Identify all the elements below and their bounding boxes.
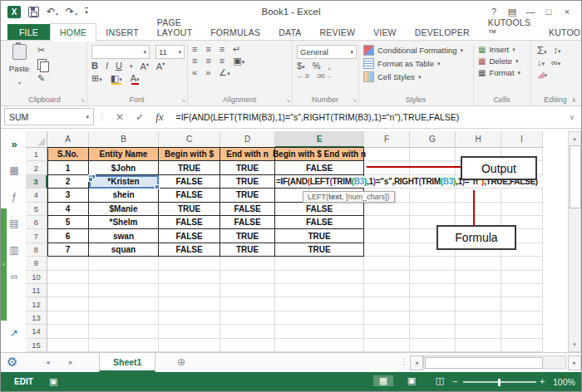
scroll-up-icon[interactable]: ▴ — [569, 135, 580, 142]
table-cell[interactable]: TRUE — [159, 203, 220, 216]
row-header-13[interactable]: 13 — [26, 311, 47, 325]
delete-cells-button[interactable]: ▦Delete▾ — [478, 56, 530, 66]
underline-dropdown-icon[interactable]: ▾ — [130, 63, 133, 70]
table-cell[interactable]: TRUE — [220, 189, 275, 202]
table-cell[interactable]: TRUE — [220, 229, 275, 243]
next-sheet-button[interactable]: ▸ — [69, 358, 73, 366]
wrap-text-icon[interactable]: ↵ — [233, 45, 240, 54]
cancel-button[interactable]: ✕ — [116, 111, 124, 123]
select-all-corner[interactable] — [26, 131, 47, 148]
vertical-scroll-thumb[interactable] — [570, 145, 581, 208]
tab-splitter-icon[interactable]: ⋮ — [400, 357, 408, 366]
font-color-button[interactable]: A▾ — [131, 74, 140, 83]
table-cell[interactable]: 1 — [47, 161, 89, 174]
table-cell[interactable]: FALSE — [275, 216, 364, 229]
row-header-5[interactable]: 5 — [26, 203, 47, 216]
align-left-icon[interactable]: ≡ — [192, 56, 197, 66]
kutools-pane-handle[interactable]: ‹ — [1, 208, 7, 321]
macro-record-button[interactable]: ▣ — [49, 376, 57, 387]
tab-formulas[interactable]: FORMULAS — [201, 24, 269, 41]
tab-insert[interactable]: INSERT — [96, 24, 148, 41]
tab-kutools[interactable]: KUTOOLS ™ — [479, 14, 540, 41]
tab-home[interactable]: HOME — [50, 23, 96, 42]
zoom-slider[interactable] — [463, 381, 536, 383]
column-header-i[interactable]: I — [501, 131, 543, 148]
table-cell[interactable]: 3 — [47, 189, 89, 202]
table-cell[interactable]: 7 — [47, 243, 89, 257]
table-cell[interactable]: FALSE — [159, 229, 220, 243]
font-size-select[interactable]: 11▾ — [155, 45, 185, 59]
row-header-4[interactable]: 4 — [26, 189, 47, 202]
paste-button[interactable]: Paste ▾ — [6, 44, 32, 88]
row-header-15[interactable]: 15 — [26, 339, 47, 352]
formula-input[interactable]: =IF(AND(LEFT(TRIM(B3),1)="s",RIGHT(TRIM(… — [170, 112, 563, 122]
undo-button[interactable]: ↶▾ — [47, 7, 58, 17]
row-header-12[interactable]: 12 — [26, 297, 47, 311]
table-cell[interactable]: TRUE — [159, 161, 220, 174]
horizontal-scroll-thumb[interactable] — [425, 357, 543, 369]
tab-view[interactable]: VIEW — [364, 24, 406, 41]
shrink-font-button[interactable]: A▾ — [156, 61, 165, 71]
italic-button[interactable]: I — [106, 61, 108, 71]
underline-button[interactable]: U — [116, 61, 122, 71]
name-box[interactable]: SUM▾ — [4, 108, 94, 125]
table-cell[interactable]: FALSE — [159, 216, 220, 229]
orientation-button[interactable]: ∠▾ — [219, 68, 229, 77]
decrease-indent-icon[interactable]: « — [192, 68, 197, 77]
table-cell[interactable]: 4 — [47, 203, 89, 216]
row-header-11[interactable]: 11 — [26, 284, 47, 297]
column-header-h[interactable]: H — [456, 131, 501, 148]
table-cell[interactable]: FALSE — [275, 161, 364, 174]
table-cell[interactable]: FALSE — [220, 203, 275, 216]
tab-data[interactable]: DATA — [269, 24, 310, 41]
table-header-cell[interactable]: Begin with $ — [159, 148, 220, 161]
prev-sheet-button[interactable]: ◂ — [46, 358, 50, 366]
grow-font-button[interactable]: A▴ — [140, 61, 148, 71]
table-cell[interactable]: swan — [89, 229, 159, 243]
table-cell[interactable]: FALSE — [275, 203, 364, 216]
row-header-1[interactable]: 1 — [26, 148, 47, 161]
borders-button[interactable]: ⊞▾ — [91, 74, 102, 83]
table-cell[interactable]: TRUE — [220, 243, 275, 257]
sort-filter-button[interactable]: ↕▾ — [554, 46, 561, 55]
table-cell[interactable]: $John — [89, 161, 159, 174]
format-cells-button[interactable]: ▦Format▾ — [478, 68, 530, 77]
customize-qat-button[interactable]: ▾ — [85, 7, 88, 16]
grid-view-icon[interactable]: ▥ — [7, 244, 22, 256]
new-sheet-button[interactable]: ⊕ — [177, 356, 185, 368]
table-header-cell[interactable]: Entity Name — [89, 148, 159, 161]
enter-button[interactable]: ✓ — [136, 111, 144, 123]
table-header-cell[interactable]: End with n — [220, 148, 275, 161]
row-header-10[interactable]: 10 — [26, 271, 47, 284]
row-header-2[interactable]: 2 — [26, 161, 47, 174]
zoom-in-button[interactable]: + — [540, 376, 545, 386]
table-cell[interactable]: TRUE — [275, 243, 364, 257]
align-center-icon[interactable]: ≡ — [205, 56, 210, 66]
align-top-icon[interactable]: ≡ — [192, 45, 197, 54]
table-cell[interactable]: $Manie — [89, 203, 159, 216]
column-header-f[interactable]: F — [364, 131, 410, 148]
find-binoculars-icon[interactable]: ∞ — [7, 271, 22, 282]
table-cell[interactable]: TRUE — [220, 161, 275, 174]
row-header-14[interactable]: 14 — [26, 325, 47, 338]
view-page-layout-button[interactable]: ▣ — [402, 375, 422, 386]
insert-function-button[interactable]: fx — [155, 110, 163, 124]
percent-style-button[interactable]: % — [313, 61, 321, 71]
bold-button[interactable]: B — [91, 61, 98, 71]
font-dialog-launcher[interactable]: ↘ — [180, 97, 185, 104]
find-select-button[interactable]: ∞▾ — [551, 58, 560, 67]
align-middle-icon[interactable]: ≡ — [205, 45, 210, 54]
format-painter-icon[interactable]: ✎ — [37, 74, 47, 83]
vertical-scrollbar[interactable]: ▴ ▾ — [568, 131, 581, 352]
maximize-button[interactable]: □ — [540, 1, 558, 22]
table-cell[interactable]: 6 — [47, 229, 89, 243]
fill-button[interactable]: ↓▾ — [537, 58, 545, 67]
cut-icon[interactable]: ✂ — [37, 46, 47, 55]
printer-icon[interactable]: ▤ — [7, 218, 22, 229]
tab-review[interactable]: REVIEW — [310, 24, 364, 41]
selection-handle[interactable] — [155, 184, 160, 189]
column-header-d[interactable]: D — [220, 131, 275, 148]
table-cell[interactable]: TRUE — [220, 175, 275, 189]
kutools-settings-gear-icon[interactable]: ⚙ — [7, 355, 17, 370]
autosum-button[interactable]: Σ▾ — [537, 45, 547, 56]
